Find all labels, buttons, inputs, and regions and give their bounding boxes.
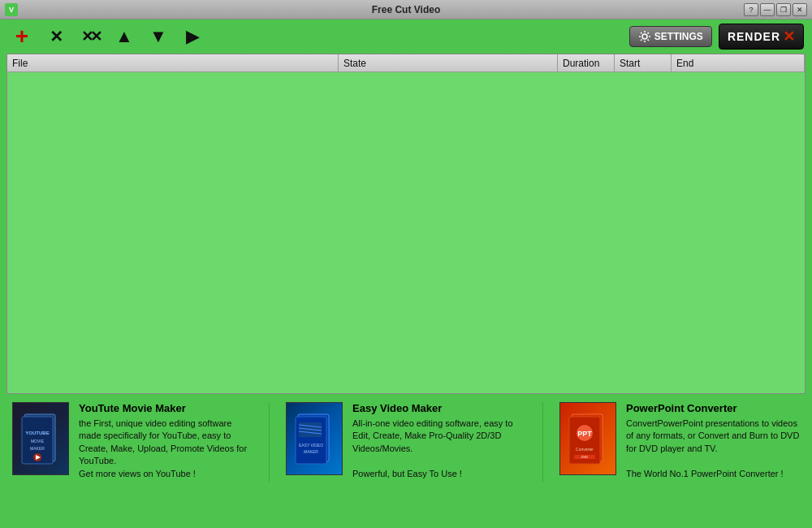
move-up-button[interactable]: ▲ [110,23,138,50]
toolbar-left: + ✕ ✕✕ ▲ ▼ ▶ [8,23,206,50]
svg-text:V: V [9,6,14,14]
title-bar: V Free Cut Video ? — ❐ ✕ [0,0,812,19]
minimize-button[interactable]: — [760,3,775,16]
add-icon: + [15,25,28,48]
svg-text:PPT: PPT [577,430,592,438]
window-controls: ? — ❐ ✕ [744,3,807,16]
svg-text:MAKER: MAKER [30,446,45,451]
move-up-icon: ▲ [115,26,133,47]
promo-item-youtube: YOUTUBE MOVIE MAKER YouTute Movie Maker … [12,402,253,480]
promo-image-ppt[interactable]: PPT Converter DVD [559,402,616,475]
svg-text:DVD: DVD [581,455,589,459]
settings-button[interactable]: SETTINGS [629,26,712,47]
column-start: Start [615,54,672,71]
promo-title-easy-video: Easy Video Maker [352,402,526,414]
promo-desc-ppt: ConvertPowerPoint presentations to video… [626,418,800,480]
toolbar-right: SETTINGS RENDER ✕ [629,24,804,50]
app-icon: V [5,3,18,16]
promo-item-ppt: PPT Converter DVD PowerPoint Converter C… [559,402,800,480]
svg-point-2 [642,34,647,39]
play-icon: ▶ [186,26,200,47]
promo-item-easy-video: EASY VIDEO MAKER Easy Video Maker All-in… [286,402,526,480]
file-table: File State Duration Start End [6,54,806,394]
move-down-button[interactable]: ▼ [145,23,172,50]
render-x-icon: ✕ [783,28,795,45]
promo-divider-2 [542,402,543,482]
play-button[interactable]: ▶ [179,23,206,50]
promo-text-ppt: PowerPoint Converter ConvertPowerPoint p… [626,402,800,480]
svg-text:Converter: Converter [576,447,594,452]
remove-button[interactable]: ✕ [42,23,70,50]
svg-text:MOVIE: MOVIE [31,439,45,444]
restore-button[interactable]: ❐ [776,3,791,16]
promo-title-ppt: PowerPoint Converter [626,402,800,414]
promo-box-3: PPT Converter DVD [560,403,615,474]
promo-divider-1 [269,402,270,482]
promo-box-1: YOUTUBE MOVIE MAKER [13,403,68,474]
svg-text:EASY VIDEO: EASY VIDEO [299,443,323,448]
remove-icon: ✕ [50,27,63,46]
help-button[interactable]: ? [744,3,758,16]
promo-image-youtube[interactable]: YOUTUBE MOVIE MAKER [12,402,69,475]
promo-desc-easy-video: All-in-one video editing software, easy … [352,418,526,480]
remove-all-icon: ✕✕ [81,28,99,45]
window-title: Free Cut Video [372,4,440,15]
render-label: RENDER [728,30,780,43]
table-header: File State Duration Start End [7,54,805,72]
promo-title-youtube: YouTute Movie Maker [79,402,253,414]
move-down-icon: ▼ [149,26,167,47]
settings-label: SETTINGS [654,31,703,42]
remove-all-button[interactable]: ✕✕ [76,23,104,50]
close-button[interactable]: ✕ [793,3,807,16]
column-state: State [339,54,558,71]
promo-box-2: EASY VIDEO MAKER [287,403,342,474]
promo-text-easy-video: Easy Video Maker All-in-one video editin… [352,402,526,480]
table-body [7,72,805,393]
promo-image-easy-video[interactable]: EASY VIDEO MAKER [286,402,343,475]
promo-section: YOUTUBE MOVIE MAKER YouTute Movie Maker … [0,394,812,490]
toolbar: + ✕ ✕✕ ▲ ▼ ▶ SETTINGS REN [0,19,812,54]
render-button[interactable]: RENDER ✕ [719,24,804,50]
column-file: File [7,54,339,71]
promo-desc-youtube: the First, unique video editing software… [79,418,253,480]
gear-icon [638,30,651,43]
svg-text:MAKER: MAKER [304,449,318,454]
add-button[interactable]: + [8,23,36,50]
column-duration: Duration [558,54,615,71]
promo-text-youtube: YouTute Movie Maker the First, unique vi… [79,402,253,480]
column-end: End [672,54,805,71]
svg-text:YOUTUBE: YOUTUBE [25,431,49,435]
